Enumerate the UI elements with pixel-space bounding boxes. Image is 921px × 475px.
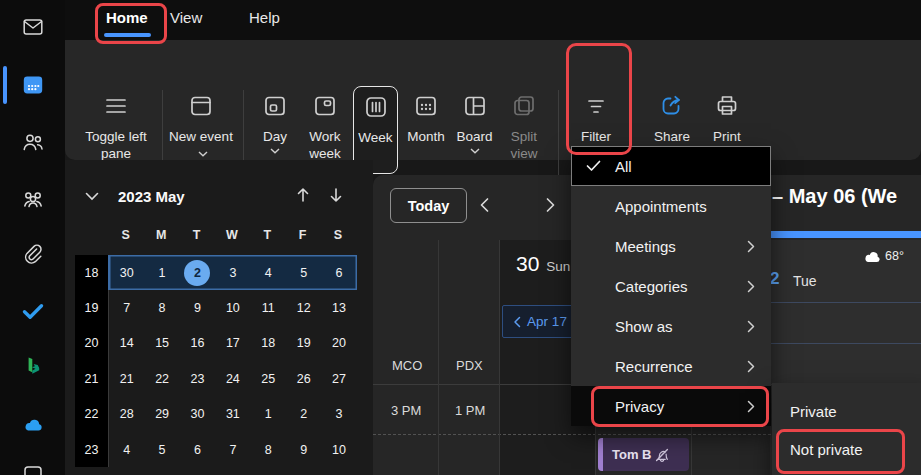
filter-menu-item-categories[interactable]: Categories [571,266,771,306]
mini-calendar-day[interactable]: 17 [215,326,250,361]
mini-calendar-day[interactable]: 9 [286,432,321,467]
sunday-header[interactable]: 30 Sun [516,252,570,276]
filter-menu-item-recurrence[interactable]: Recurrence [571,346,771,386]
bing-icon[interactable] [21,355,45,379]
tuesday-day-label: Tue [793,273,817,289]
filter-menu-item-label: Privacy [615,398,747,415]
mini-calendar-day[interactable]: 16 [180,326,215,361]
timezone-label-mco: MCO [392,358,422,373]
mini-calendar-day[interactable]: 10 [215,290,250,325]
onedrive-icon[interactable] [21,412,45,436]
month-view-button[interactable]: Month [402,86,450,178]
mini-calendar-day[interactable]: 11 [251,290,286,325]
selected-day-circle[interactable]: 2 [184,260,210,286]
mini-calendar-day[interactable]: 9 [180,290,215,325]
mini-calendar-day[interactable]: 29 [144,397,179,432]
time-label-mco: 3 PM [391,403,421,418]
collapse-chevron-icon[interactable] [85,192,99,201]
mini-calendar-day[interactable]: 28 [109,397,144,432]
mini-calendar-day[interactable]: 19 [286,326,321,361]
board-view-label: Board [456,128,492,145]
weather-widget[interactable]: 68° [863,249,904,263]
ribbon-separator [558,90,559,178]
filter-menu-item-label: Appointments [615,198,756,215]
new-event-label: New event [169,129,233,144]
chevron-right-icon[interactable] [545,197,556,213]
chevron-right-icon [747,400,756,413]
mini-calendar-day[interactable]: 18 [251,326,286,361]
filter-label: Filter [581,128,611,145]
mini-calendar-day[interactable]: 15 [144,326,179,361]
mini-calendar-day[interactable]: 6 [180,432,215,467]
prev-week-link-label: Apr 17 [527,314,567,329]
mini-calendar-day[interactable]: 8 [251,432,286,467]
mini-calendar-day[interactable]: 27 [321,361,356,396]
mini-calendar-day[interactable]: 30 [180,397,215,432]
mini-calendar-title[interactable]: 2023 May [118,188,185,205]
mini-calendar-dow-cell: S [320,228,355,242]
privacy-submenu-item-private[interactable]: Private [772,392,921,430]
mini-calendar-dow-cell: T [179,228,214,242]
app-rail [0,0,65,475]
mini-calendar-day[interactable]: 20 [321,326,356,361]
calendar-event[interactable]: Tom B [598,438,689,471]
tab-help[interactable]: Help [249,9,280,26]
filter-menu-item-meetings[interactable]: Meetings [571,226,771,266]
prev-month-arrow-icon[interactable] [296,187,310,203]
split-view-button[interactable]: Split view [499,86,549,178]
mini-calendar-day[interactable]: 3 [215,255,250,290]
chevron-left-icon[interactable] [479,197,490,213]
mini-calendar-day[interactable]: 26 [286,361,321,396]
mini-calendar-day[interactable]: 7 [109,290,144,325]
filter-menu-item-all[interactable]: All [571,146,771,186]
chevron-down-icon [470,148,480,154]
mini-calendar-day[interactable]: 8 [144,290,179,325]
mini-calendar-day[interactable]: 30 [109,255,144,290]
mini-calendar-day[interactable]: 5 [286,255,321,290]
mini-calendar-panel: 2023 May SMTWTFS 18301234561978910111213… [65,160,373,475]
temperature-label: 68° [885,249,904,263]
mini-calendar-day[interactable]: 10 [321,432,356,467]
people-icon[interactable] [21,130,45,154]
mini-calendar-day[interactable]: 3 [321,397,356,432]
mini-calendar-day[interactable]: 2 [286,397,321,432]
groups-icon[interactable] [21,187,45,211]
mini-calendar-day[interactable]: 4 [109,432,144,467]
filter-menu-item-appointments[interactable]: Appointments [571,186,771,226]
toggle-left-pane-label: Toggle left pane [78,128,154,162]
next-month-arrow-icon[interactable] [329,187,343,203]
mini-calendar-day[interactable]: 2 [180,255,215,290]
mini-calendar-day[interactable]: 1 [144,255,179,290]
mini-calendar-day[interactable]: 25 [251,361,286,396]
mini-calendar-day[interactable]: 23 [180,361,215,396]
mini-calendar-day[interactable]: 6 [321,255,356,290]
mini-calendar-day[interactable]: 13 [321,290,356,325]
sunday-date: 30 [516,252,539,276]
calendar-icon[interactable] [21,73,45,97]
privacy-submenu-item-not-private[interactable]: Not private [772,430,921,468]
prev-week-link[interactable]: Apr 17 [502,305,578,338]
paperclip-icon[interactable] [21,243,45,267]
week-days: 45678910 [108,432,357,467]
filter-menu-item-privacy[interactable]: Privacy [571,386,771,426]
board-view-button[interactable]: Board [452,86,497,178]
mini-calendar-day[interactable]: 24 [215,361,250,396]
mini-calendar-day[interactable]: 21 [109,361,144,396]
mini-calendar-day[interactable]: 5 [144,432,179,467]
mail-icon[interactable] [21,15,45,39]
app-partial-icon[interactable] [21,464,45,475]
tab-home[interactable]: Home [106,9,148,26]
event-title: Tom B [612,447,651,462]
mini-calendar-day[interactable]: 31 [215,397,250,432]
tab-view[interactable]: View [170,9,202,26]
mini-calendar-day[interactable]: 4 [251,255,286,290]
mini-calendar-day[interactable]: 1 [251,397,286,432]
mini-calendar-day[interactable]: 14 [109,326,144,361]
today-button[interactable]: Today [390,188,467,223]
filter-menu-item-show-as[interactable]: Show as [571,306,771,346]
todo-check-icon[interactable] [21,299,45,323]
mini-calendar-day[interactable]: 12 [286,290,321,325]
week-number: 18 [75,255,108,290]
mini-calendar-day[interactable]: 7 [215,432,250,467]
mini-calendar-day[interactable]: 22 [144,361,179,396]
